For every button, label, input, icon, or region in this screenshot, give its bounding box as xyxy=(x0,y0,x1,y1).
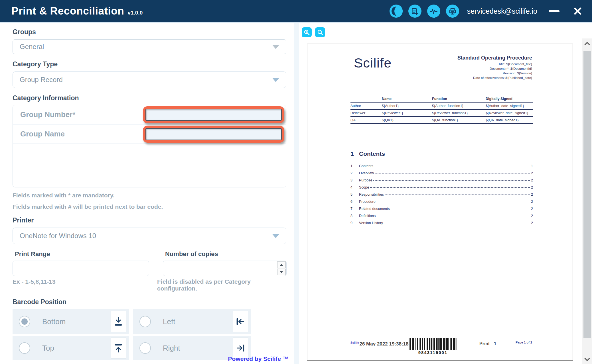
table-cell: ${QA_function1} xyxy=(432,118,486,122)
toc-num: 4 xyxy=(350,185,359,189)
groups-label: Groups xyxy=(13,28,294,36)
copies-label: Number of copies xyxy=(165,250,287,258)
user-email: servicedesk@scilife.io xyxy=(467,7,537,15)
document-preview-panel: Scilife Standard Operating Procedure Tit… xyxy=(299,23,592,364)
toc-leader xyxy=(375,173,530,173)
spinner-down-button[interactable] xyxy=(277,269,286,275)
toc-num: 2 xyxy=(350,171,359,175)
toc-row: 6Procedure2 xyxy=(350,200,533,204)
preview-scrollbar[interactable] xyxy=(582,38,592,364)
toc-title: Version History xyxy=(359,221,383,225)
table-of-contents: 1Contents1 2Overview2 3Purpose2 4Scope2 … xyxy=(350,164,533,225)
powered-by-link[interactable]: Powered by Scilife ™ xyxy=(228,355,289,362)
toc-row: 5Responsibilities2 xyxy=(350,193,533,197)
table-row-qa: QA ${QA1} ${QA_function1} ${QA_date_sign… xyxy=(350,117,533,124)
document-type-title: Standard Operating Procedure xyxy=(457,55,532,61)
print-range-label: Print Range xyxy=(15,250,149,258)
chevron-up-icon xyxy=(584,42,590,45)
header-cell xyxy=(350,97,382,101)
toc-leader xyxy=(373,180,530,181)
theme-toggle-button[interactable] xyxy=(390,5,403,18)
group-number-label: Group Number* xyxy=(20,110,76,119)
barcode-right-icon xyxy=(236,343,245,353)
scilife-logo: Scilife xyxy=(354,55,392,80)
header-cell: Digitally Signed xyxy=(486,97,533,101)
datetime-text: 26 May 2022 19:38:18 xyxy=(359,341,408,347)
table-row-author: Author ${Author1} ${Author_function1} ${… xyxy=(350,103,533,110)
toc-leader xyxy=(376,216,530,216)
titlebar: Print & Reconciliation v1.0.0 xyxy=(0,0,592,22)
document-page: Scilife Standard Operating Procedure Tit… xyxy=(307,44,573,361)
scroll-up-button[interactable] xyxy=(582,42,592,45)
activity-button[interactable] xyxy=(427,5,440,18)
table-cell: ${Author_date_signed1} xyxy=(486,104,533,108)
toc-title: Scope xyxy=(359,185,369,189)
table-cell: ${Reviewer1} xyxy=(382,111,432,115)
heading-title: Contents xyxy=(359,150,385,157)
radio-button-selected[interactable] xyxy=(19,316,30,327)
barcode-option-left[interactable]: Left xyxy=(133,309,251,334)
toc-num: 3 xyxy=(350,178,359,182)
barcode-option-bottom[interactable]: Bottom xyxy=(13,309,129,334)
app-title: Print & Reconciliation xyxy=(11,5,124,17)
printer-icon xyxy=(449,7,456,15)
toc-num: 6 xyxy=(350,200,359,204)
groups-select[interactable]: General xyxy=(13,39,286,54)
minimize-button[interactable] xyxy=(549,10,559,12)
chevron-down-icon xyxy=(272,78,279,82)
toc-page: 2 xyxy=(531,178,533,182)
scroll-down-button[interactable] xyxy=(582,358,592,361)
radio-button[interactable] xyxy=(139,342,151,354)
toc-leader xyxy=(391,209,530,209)
icon-box xyxy=(233,311,248,332)
option-label: Left xyxy=(163,317,175,326)
spinner-up-button[interactable] xyxy=(277,261,286,268)
print-range-input[interactable] xyxy=(13,261,149,276)
zoom-in-button[interactable] xyxy=(302,27,312,37)
option-label: Right xyxy=(163,344,180,353)
toc-row: 3Purpose2 xyxy=(350,178,533,182)
close-button[interactable] xyxy=(573,7,582,16)
group-name-input[interactable] xyxy=(145,128,282,140)
table-cell: Author xyxy=(350,104,382,108)
contents-heading: 1 Contents xyxy=(350,150,573,157)
app-version: v1.0.0 xyxy=(127,6,143,16)
meta-document-number: Document n°: ${DocumentId} xyxy=(457,66,532,71)
audit-log-button[interactable] xyxy=(408,5,421,18)
chevron-down-icon xyxy=(584,358,590,361)
mandatory-fields-note: Fields marked with * are mandatory. xyxy=(13,192,294,199)
toc-title: Related documents xyxy=(359,207,390,211)
barcode-option-top[interactable]: Top xyxy=(13,336,129,360)
group-number-input[interactable] xyxy=(145,109,282,121)
category-type-select[interactable]: Group Record xyxy=(13,71,286,88)
radio-button[interactable] xyxy=(139,316,151,327)
signature-table: Name Function Digitally Signed Author ${… xyxy=(350,95,533,124)
document-header: Scilife Standard Operating Procedure Tit… xyxy=(354,55,532,80)
printer-select[interactable]: OneNote for Windows 10 xyxy=(13,228,286,244)
table-header-row: Name Function Digitally Signed xyxy=(350,95,533,103)
toc-title: Overview xyxy=(359,171,374,175)
group-name-label: Group Name xyxy=(20,130,65,138)
barcode-value: 9843115001 xyxy=(409,350,457,355)
toc-leader xyxy=(376,202,530,202)
header-cell: Name xyxy=(382,97,432,101)
toc-page: 2 xyxy=(531,200,533,204)
toc-num: 1 xyxy=(350,164,359,168)
toc-row: 7Related documents2 xyxy=(350,207,533,211)
barcode-top-icon xyxy=(114,343,123,353)
category-type-selected-value: Group Record xyxy=(20,76,63,84)
printer-selected-value: OneNote for Windows 10 xyxy=(20,232,96,240)
barcode-left-icon xyxy=(236,316,245,327)
radio-button[interactable] xyxy=(19,342,30,354)
scrollbar-thumb[interactable] xyxy=(583,51,591,338)
category-information-panel: Group Number* Group Name xyxy=(13,105,286,187)
zoom-out-button[interactable] xyxy=(315,27,325,37)
heading-number: 1 xyxy=(350,150,359,157)
table-row-reviewer: Reviewer ${Reviewer1} ${Reviewer_functio… xyxy=(350,110,533,117)
barcode-bottom-icon xyxy=(114,316,123,327)
copies-spinner xyxy=(277,261,286,275)
option-label: Bottom xyxy=(42,317,66,326)
printer-button[interactable] xyxy=(446,5,459,18)
table-cell: ${Author1} xyxy=(382,104,432,108)
copies-input[interactable] xyxy=(163,261,287,276)
